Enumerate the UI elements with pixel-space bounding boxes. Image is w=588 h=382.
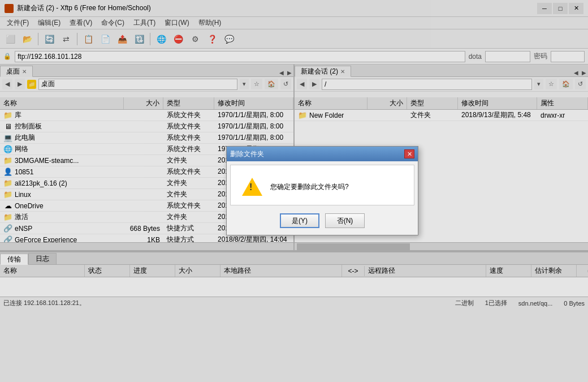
dialog-buttons: 是(Y) 否(N) xyxy=(227,209,418,235)
dialog-cancel-button[interactable]: 否(N) xyxy=(325,213,365,228)
dialog-body: 您确定要删除此文件夹吗? xyxy=(230,165,414,205)
dialog-title: 删除文件夹 xyxy=(230,149,264,159)
delete-dialog: 删除文件夹 ✕ 您确定要删除此文件夹吗? 是(Y) 否(N) xyxy=(226,146,418,235)
dialog-close-button[interactable]: ✕ xyxy=(404,149,414,158)
dialog-title-bar: 删除文件夹 ✕ xyxy=(227,147,418,161)
dialog-confirm-button[interactable]: 是(Y) xyxy=(280,213,319,228)
modal-overlay: 删除文件夹 ✕ 您确定要删除此文件夹吗? 是(Y) 否(N) xyxy=(0,0,588,382)
warning-icon xyxy=(242,177,262,197)
warning-triangle xyxy=(242,178,262,196)
dialog-message: 您确定要删除此文件夹吗? xyxy=(270,182,349,192)
